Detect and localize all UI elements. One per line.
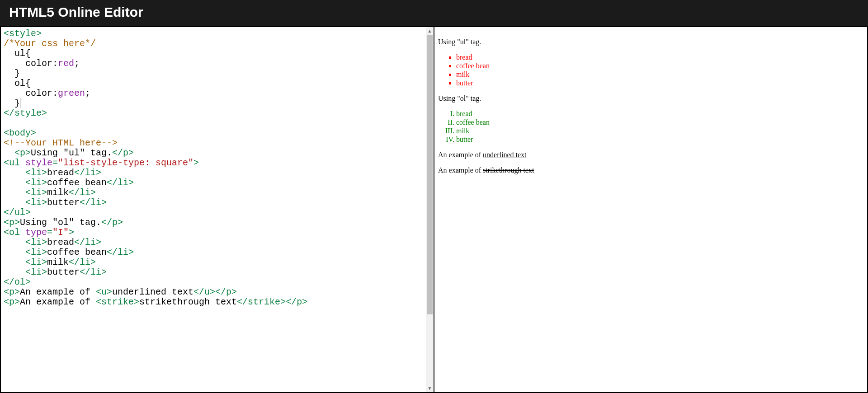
code-token: <li> <box>4 237 47 248</box>
strikethrough-text: strikethrough text <box>483 166 534 174</box>
list-item: bread <box>456 110 863 118</box>
scroll-track[interactable] <box>426 35 434 384</box>
list-item: butter <box>456 79 863 87</box>
code-token: </p> <box>286 297 307 307</box>
code-token: red <box>58 58 74 69</box>
preview-ol: bread coffee bean milk butter <box>438 110 863 144</box>
code-token: bread <box>47 237 74 248</box>
list-item: coffee bean <box>456 118 863 126</box>
code-token: = <box>47 227 52 238</box>
code-token: <strike> <box>96 297 139 307</box>
code-token: type <box>25 227 47 238</box>
code-token: </li> <box>74 168 101 178</box>
code-token: </li> <box>80 197 107 208</box>
list-item: bread <box>456 53 863 61</box>
code-token: ul{ <box>4 48 31 59</box>
code-token: > <box>69 227 74 238</box>
editor-scrollbar[interactable]: ▲ ▼ <box>426 27 434 392</box>
code-token: = <box>52 158 58 168</box>
preview-text: Using "ul" tag. <box>438 38 863 46</box>
code-token: } <box>4 98 20 108</box>
code-token: butter <box>47 267 80 277</box>
code-token: color: <box>4 58 58 69</box>
list-item: coffee bean <box>456 62 863 70</box>
code-token: <p> <box>4 287 20 297</box>
code-token: <li> <box>4 267 47 277</box>
code-token: bread <box>47 168 74 178</box>
code-token: > <box>193 158 199 168</box>
code-token: </li> <box>69 187 96 198</box>
code-token: </p> <box>112 148 134 158</box>
main-split: <style> /*Your css here*/ ul{ color:red;… <box>0 26 868 393</box>
code-token: "I" <box>52 227 69 238</box>
code-token: Using "ul" tag. <box>31 148 112 158</box>
app-header: HTML5 Online Editor <box>0 0 868 26</box>
code-token: underlined text <box>112 287 193 297</box>
code-token: </strike> <box>237 297 286 307</box>
code-pane: <style> /*Your css here*/ ul{ color:red;… <box>0 26 434 393</box>
code-token: <li> <box>4 197 47 208</box>
code-token: </p> <box>215 287 237 297</box>
underlined-text: underlined text <box>483 151 526 159</box>
code-token: <li> <box>4 178 47 188</box>
preview-pane: Using "ul" tag. bread coffee bean milk b… <box>434 26 868 393</box>
list-item: butter <box>456 136 863 144</box>
code-token: <p> <box>4 148 31 158</box>
code-token: Using "ol" tag. <box>20 217 101 228</box>
code-token: An example of <box>20 297 96 307</box>
preview-text-prefix: An example of <box>438 151 483 159</box>
code-token: coffee bean <box>47 178 107 188</box>
code-token: <!--Your HTML here--> <box>4 138 118 148</box>
preview-text: Using "ol" tag. <box>438 94 863 103</box>
preview-content: Using "ul" tag. bread coffee bean milk b… <box>434 27 867 185</box>
code-token: <style> <box>4 28 42 39</box>
code-token: ol{ <box>4 78 31 89</box>
code-token: color: <box>4 88 58 98</box>
code-token: <p> <box>4 217 20 228</box>
code-token: </li> <box>74 237 101 248</box>
code-token: </p> <box>101 217 123 228</box>
code-token: milk <box>47 257 69 267</box>
code-token: <p> <box>4 297 20 307</box>
code-token: <ol <box>4 227 25 238</box>
code-token: <ul <box>4 158 25 168</box>
list-item: milk <box>456 127 863 135</box>
code-token: ; <box>74 58 80 69</box>
code-token: strikethrough text <box>139 297 237 307</box>
code-token: <li> <box>4 247 47 257</box>
code-token: <li> <box>4 168 47 178</box>
scroll-thumb[interactable] <box>427 35 433 314</box>
preview-text: An example of underlined text <box>438 151 863 159</box>
code-token: ; <box>85 88 90 98</box>
preview-text: An example of strikethrough text <box>438 166 863 174</box>
preview-text-prefix: An example of <box>438 166 483 174</box>
code-token: </ol> <box>4 277 31 287</box>
scroll-up-icon[interactable]: ▲ <box>426 27 434 35</box>
preview-ul: bread coffee bean milk butter <box>438 53 863 87</box>
code-token: <li> <box>4 257 47 267</box>
code-token: green <box>58 88 85 98</box>
code-editor[interactable]: <style> /*Your css here*/ ul{ color:red;… <box>1 27 426 392</box>
code-token: </li> <box>69 257 96 267</box>
code-token: milk <box>47 187 69 198</box>
code-token: </li> <box>80 267 107 277</box>
code-token: <body> <box>4 128 36 138</box>
code-token: An example of <box>20 287 96 297</box>
code-token: } <box>4 68 20 79</box>
scroll-down-icon[interactable]: ▼ <box>426 384 434 392</box>
code-token: <li> <box>4 187 47 198</box>
code-token: </li> <box>107 178 134 188</box>
list-item: milk <box>456 70 863 79</box>
code-token: coffee bean <box>47 247 107 257</box>
code-token: </style> <box>4 108 47 118</box>
code-token: <u> <box>96 287 112 297</box>
code-token: /*Your css here*/ <box>4 38 96 49</box>
code-token: </li> <box>107 247 134 257</box>
code-token: "list-style-type: square" <box>58 158 193 168</box>
code-token: style <box>25 158 52 168</box>
app-title: HTML5 Online Editor <box>9 5 143 19</box>
code-token: </u> <box>193 287 215 297</box>
code-token: butter <box>47 197 80 208</box>
code-token: </ul> <box>4 207 31 218</box>
